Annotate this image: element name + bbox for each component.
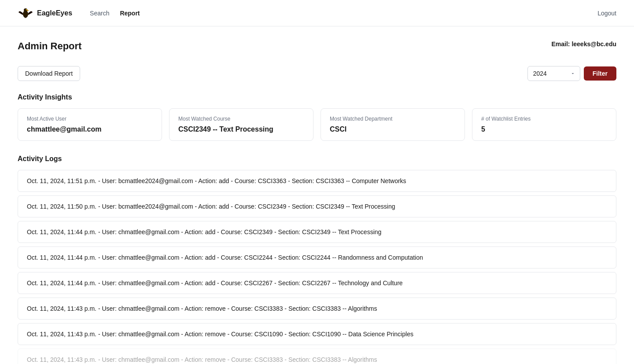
activity-insights-title: Activity Insights — [18, 93, 616, 101]
log-entry: Oct. 11, 2024, 11:51 p.m. - User: bcmatt… — [18, 170, 616, 192]
log-entry: Oct. 11, 2024, 11:50 p.m. - User: bcmatt… — [18, 195, 616, 217]
activity-logs-section: Activity Logs Oct. 11, 2024, 11:51 p.m. … — [18, 155, 616, 364]
insight-value-2: CSCI — [330, 125, 456, 133]
insight-label-2: Most Watched Department — [330, 116, 456, 122]
insights-grid: Most Active User chmattlee@gmail.com Mos… — [18, 108, 616, 141]
svg-point-3 — [26, 9, 27, 10]
brand-logo-link[interactable]: EagleEyes — [18, 5, 72, 21]
insight-card-3: # of Watchlist Entries 5 — [472, 108, 616, 141]
svg-point-1 — [24, 8, 27, 12]
download-report-button[interactable]: Download Report — [18, 66, 80, 81]
insight-value-1: CSCI2349 -- Text Processing — [178, 125, 304, 133]
log-entry: Oct. 11, 2024, 11:43 p.m. - User: chmatt… — [18, 298, 616, 320]
brand-name: EagleEyes — [37, 9, 72, 17]
insight-value-3: 5 — [481, 125, 607, 133]
navbar: EagleEyes Search Report Logout — [0, 0, 634, 26]
insight-label-1: Most Watched Course — [178, 116, 304, 122]
insight-label-3: # of Watchlist Entries — [481, 116, 607, 122]
insight-card-0: Most Active User chmattlee@gmail.com — [18, 108, 162, 141]
log-entries-container: Oct. 11, 2024, 11:51 p.m. - User: bcmatt… — [18, 170, 616, 364]
page-header: Admin Report Email: leeeks@bc.edu — [18, 40, 616, 52]
nav-search[interactable]: Search — [90, 8, 109, 18]
insight-card-2: Most Watched Department CSCI — [321, 108, 465, 141]
page-title: Admin Report — [18, 40, 81, 52]
log-entry: Oct. 11, 2024, 11:44 p.m. - User: chmatt… — [18, 272, 616, 294]
insight-label-0: Most Active User — [27, 116, 153, 122]
log-entry: Oct. 11, 2024, 11:43 p.m. - User: chmatt… — [18, 349, 616, 364]
nav-links: Search Report — [90, 8, 597, 18]
activity-logs-title: Activity Logs — [18, 155, 616, 163]
activity-insights-section: Activity Insights Most Active User chmat… — [18, 93, 616, 141]
email-info: Email: leeeks@bc.edu — [552, 40, 617, 48]
eagle-icon — [18, 5, 33, 21]
insight-card-1: Most Watched Course CSCI2349 -- Text Pro… — [169, 108, 313, 141]
log-entry: Oct. 11, 2024, 11:44 p.m. - User: chmatt… — [18, 221, 616, 243]
nav-report[interactable]: Report — [120, 8, 140, 18]
toolbar: Download Report 2024 2023 2022 Filter — [18, 66, 616, 81]
year-select[interactable]: 2024 2023 2022 — [527, 66, 580, 81]
log-entry: Oct. 11, 2024, 11:44 p.m. - User: chmatt… — [18, 246, 616, 268]
filter-group: 2024 2023 2022 Filter — [527, 66, 616, 81]
logout-button[interactable]: Logout — [597, 10, 616, 17]
filter-button[interactable]: Filter — [584, 66, 616, 81]
main-content: Admin Report Email: leeeks@bc.edu Downlo… — [0, 26, 634, 364]
email-value: leeeks@bc.edu — [571, 40, 616, 48]
log-entry: Oct. 11, 2024, 11:43 p.m. - User: chmatt… — [18, 323, 616, 345]
insight-value-0: chmattlee@gmail.com — [27, 125, 153, 133]
email-label: Email: — [552, 40, 570, 48]
